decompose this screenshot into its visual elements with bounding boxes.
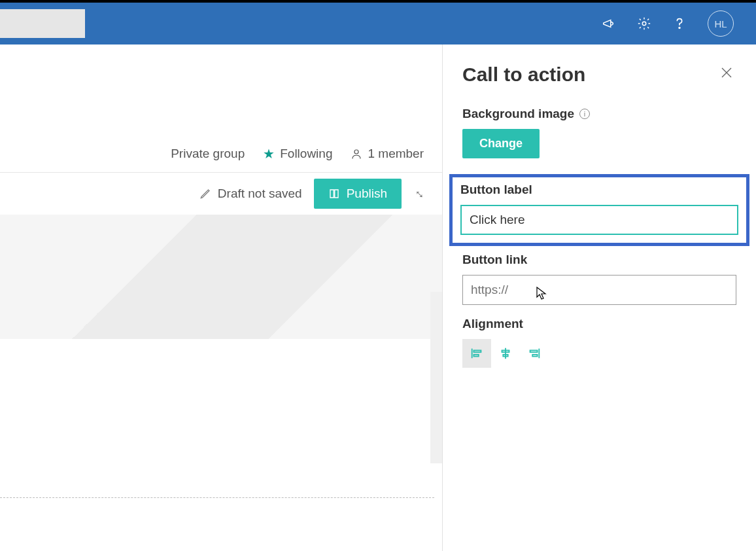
svg-rect-3: [473, 350, 481, 352]
svg-rect-7: [530, 350, 538, 352]
button-link-input[interactable]: [462, 275, 736, 305]
align-left-icon: [470, 346, 484, 361]
align-center-button[interactable]: [491, 339, 520, 368]
section-divider: [0, 497, 434, 498]
svg-point-1: [679, 27, 680, 29]
canvas-content[interactable]: ▴: [0, 215, 442, 463]
panel-title: Call to action: [462, 63, 585, 86]
align-right-button[interactable]: [520, 339, 549, 368]
alignment-label: Alignment: [462, 317, 523, 331]
align-center-icon: [498, 346, 513, 361]
property-panel: Call to action Background image i Change…: [442, 44, 756, 551]
draft-status: Draft not saved: [199, 187, 302, 201]
page-toolbar: Draft not saved Publish ↔: [0, 173, 442, 215]
avatar[interactable]: HL: [708, 10, 734, 37]
background-image-label: Background image: [462, 107, 574, 121]
following-toggle[interactable]: ★ Following: [263, 146, 332, 162]
app-topbar: HL: [0, 3, 756, 44]
svg-rect-4: [473, 355, 478, 357]
scrollbar[interactable]: [430, 292, 442, 463]
info-icon[interactable]: i: [579, 109, 590, 119]
highlighted-field: Button label: [449, 174, 749, 246]
megaphone-icon[interactable]: [602, 16, 616, 31]
button-label-label: Button label: [460, 183, 738, 197]
members-label: 1 member: [368, 147, 424, 161]
gear-icon[interactable]: [637, 16, 651, 31]
svg-rect-8: [532, 355, 537, 357]
change-label: Change: [479, 137, 523, 150]
group-privacy: Private group: [171, 147, 245, 161]
page-canvas: Private group ★ Following 1 member Draft…: [0, 44, 442, 551]
group-info-row: Private group ★ Following 1 member: [0, 135, 442, 173]
members-count[interactable]: 1 member: [351, 147, 424, 161]
pencil-icon: [199, 188, 211, 200]
following-label: Following: [280, 147, 332, 161]
align-left-button[interactable]: [462, 339, 491, 368]
help-icon[interactable]: [672, 16, 687, 31]
star-icon: ★: [263, 146, 275, 162]
book-icon: [328, 188, 340, 200]
draft-status-text: Draft not saved: [218, 187, 302, 201]
publish-button[interactable]: Publish: [314, 179, 402, 209]
align-right-icon: [527, 346, 541, 361]
publish-label: Publish: [347, 187, 387, 201]
person-icon: [351, 148, 362, 160]
avatar-initials: HL: [714, 18, 727, 29]
close-icon[interactable]: [717, 63, 736, 86]
change-button[interactable]: Change: [462, 129, 540, 158]
app-launcher-placeholder[interactable]: [0, 9, 85, 38]
button-label-input[interactable]: [460, 205, 738, 235]
svg-point-2: [354, 150, 358, 154]
expand-icon[interactable]: ↔: [410, 184, 430, 204]
alignment-options: [462, 339, 736, 368]
svg-point-0: [642, 22, 646, 26]
button-link-label: Button link: [462, 253, 736, 267]
background-image-preview: [0, 215, 442, 339]
